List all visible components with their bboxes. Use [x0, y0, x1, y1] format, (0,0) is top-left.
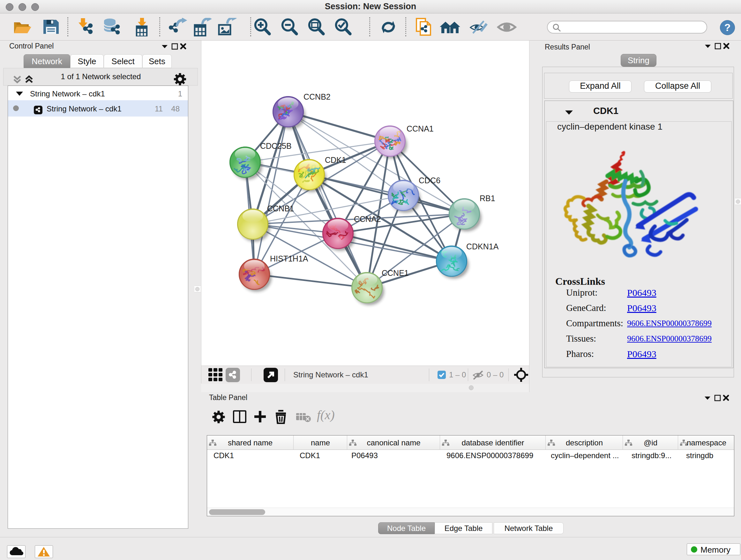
- svg-text:CDK1: CDK1: [325, 155, 346, 165]
- svg-text:CDC6: CDC6: [419, 176, 441, 185]
- svg-text:CDC25B: CDC25B: [260, 141, 292, 150]
- svg-text:CCNA1: CCNA1: [407, 124, 434, 133]
- svg-text:CCNB2: CCNB2: [304, 92, 331, 101]
- svg-text:CCNB1: CCNB1: [267, 204, 294, 213]
- svg-text:CDKN1A: CDKN1A: [466, 242, 499, 251]
- svg-text:HIST1H1A: HIST1H1A: [270, 254, 308, 263]
- svg-text:RB1: RB1: [480, 194, 495, 203]
- svg-text:CCNA2: CCNA2: [354, 214, 381, 224]
- svg-text:CCNE1: CCNE1: [382, 268, 409, 277]
